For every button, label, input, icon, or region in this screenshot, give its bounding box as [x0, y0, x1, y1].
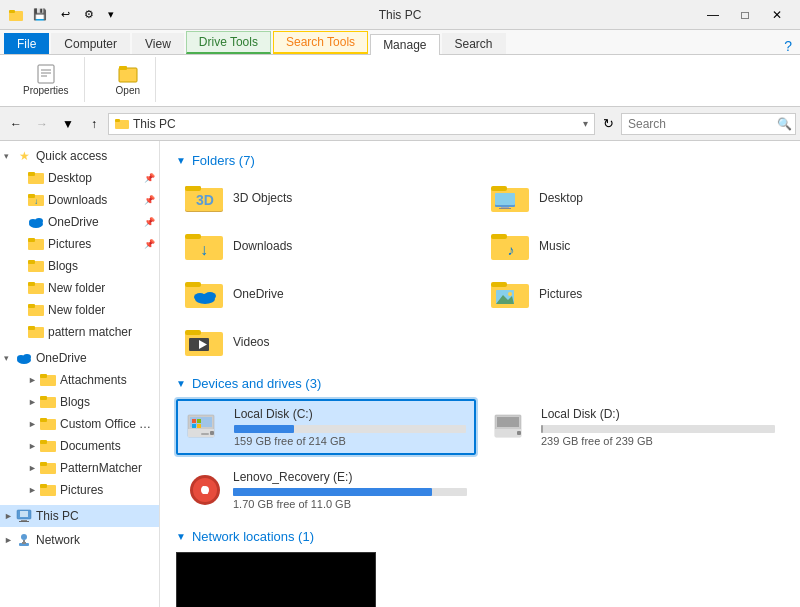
- sidebar-item-onedrive-qa[interactable]: OneDrive 📌: [0, 211, 159, 233]
- onedrive-label-main: OneDrive: [233, 287, 284, 301]
- ribbon-btn-open[interactable]: Open: [109, 59, 147, 100]
- title-bar: 💾 ↩ ⚙ ▾ This PC — □ ✕: [0, 0, 800, 30]
- pin-icon4: 📌: [144, 239, 155, 249]
- quick-access-label: Quick access: [36, 149, 107, 163]
- sidebar-item-pictures-od[interactable]: ► Pictures: [0, 479, 159, 501]
- drive-item-d[interactable]: Local Disk (D:) 239 GB free of 239 GB: [484, 399, 784, 455]
- tab-computer[interactable]: Computer: [51, 33, 130, 54]
- new-folder2-label: New folder: [48, 303, 105, 317]
- new-folder2-icon: [28, 302, 44, 318]
- ribbon-content: Properties Open: [0, 54, 800, 106]
- drive-e-bar-bg: [233, 488, 467, 496]
- tab-manage[interactable]: Manage: [370, 34, 439, 55]
- forward-button[interactable]: →: [30, 112, 54, 136]
- drive-item-e[interactable]: L Lenovo_Recovery (E:) 1.70 GB free of 1…: [176, 463, 476, 517]
- search-input[interactable]: [621, 113, 796, 135]
- sidebar-item-patternmatcher[interactable]: ► PatternMatcher: [0, 457, 159, 479]
- network-section-header[interactable]: ▼ Network locations (1): [176, 529, 784, 544]
- sidebar-item-blogs-od[interactable]: ► Blogs: [0, 391, 159, 413]
- svg-text:↓: ↓: [200, 241, 208, 258]
- tab-drive-tools[interactable]: Drive Tools: [186, 31, 271, 54]
- pictures-od-icon: [40, 482, 56, 498]
- folder-small-icon: [115, 117, 129, 131]
- sidebar-item-new-folder2[interactable]: New folder: [0, 299, 159, 321]
- minimize-button[interactable]: —: [698, 5, 728, 25]
- sidebar-network[interactable]: ► Network: [0, 529, 159, 551]
- recent-button[interactable]: ▼: [56, 112, 80, 136]
- tab-search[interactable]: Search: [442, 33, 506, 54]
- folder-item-downloads[interactable]: ↓ Downloads: [176, 224, 478, 268]
- videos-label: Videos: [233, 335, 269, 349]
- address-dropdown[interactable]: ▾: [583, 118, 588, 129]
- folder-icon: [8, 7, 24, 23]
- sidebar-item-custom-office[interactable]: ► Custom Office Tem: [0, 413, 159, 435]
- sidebar-item-pattern-matcher[interactable]: pattern matcher: [0, 321, 159, 343]
- ribbon-group-location: Properties: [8, 57, 85, 102]
- drive-e-name: Lenovo_Recovery (E:): [233, 470, 467, 484]
- tab-search-tools[interactable]: Search Tools: [273, 31, 368, 54]
- properties-btn[interactable]: ⚙: [79, 5, 99, 24]
- svg-point-72: [204, 292, 216, 300]
- downloads-folder-icon-main: ↓: [185, 229, 225, 263]
- sidebar-item-desktop[interactable]: Desktop 📌: [0, 167, 159, 189]
- up-button[interactable]: ↑: [82, 112, 106, 136]
- devices-section-header[interactable]: ▼ Devices and drives (3): [176, 376, 784, 391]
- folder-item-videos[interactable]: Videos: [176, 320, 478, 364]
- network-item[interactable]: [176, 552, 376, 607]
- undo-btn[interactable]: ↩: [56, 5, 75, 24]
- content-area: ▼ Folders (7) 3D 3D Objects: [160, 141, 800, 607]
- svg-rect-59: [495, 193, 515, 205]
- pin-icon: 📌: [144, 173, 155, 183]
- drive-d-icon: [493, 409, 533, 445]
- network-label: Network: [36, 533, 80, 547]
- drive-e-icon: L: [185, 472, 225, 508]
- ribbon-btn-properties[interactable]: Properties: [16, 59, 76, 100]
- folder-item-3d-objects[interactable]: 3D 3D Objects: [176, 176, 478, 220]
- svg-rect-54: [185, 186, 201, 191]
- attachments-label: Attachments: [60, 373, 127, 387]
- back-button[interactable]: ←: [4, 112, 28, 136]
- sidebar-quick-access[interactable]: ▾ ★ Quick access: [0, 145, 159, 167]
- new-folder-icon: [28, 280, 44, 296]
- quick-save-btn[interactable]: 💾: [28, 5, 52, 24]
- svg-text:L: L: [202, 485, 208, 496]
- sidebar-item-documents[interactable]: ► Documents: [0, 435, 159, 457]
- folders-section-header[interactable]: ▼ Folders (7): [176, 153, 784, 168]
- pin-icon2: 📌: [144, 195, 155, 205]
- address-field[interactable]: This PC ▾: [108, 113, 595, 135]
- ribbon: File Computer View Drive Tools Search To…: [0, 30, 800, 107]
- sidebar-item-downloads[interactable]: ↓ Downloads 📌: [0, 189, 159, 211]
- folder-item-music[interactable]: ♪ Music: [482, 224, 784, 268]
- svg-rect-89: [192, 424, 196, 428]
- folder-item-onedrive[interactable]: OneDrive: [176, 272, 478, 316]
- svg-rect-36: [40, 418, 47, 422]
- network-expand: ►: [4, 535, 16, 545]
- svg-rect-57: [491, 186, 507, 191]
- network-collapse-icon: ▼: [176, 531, 186, 542]
- maximize-button[interactable]: □: [730, 5, 760, 25]
- drive-d-info: Local Disk (D:) 239 GB free of 239 GB: [541, 407, 775, 447]
- dropdown-btn[interactable]: ▾: [103, 5, 119, 24]
- folder-item-pictures[interactable]: Pictures: [482, 272, 784, 316]
- sidebar-item-attachments[interactable]: ► Attachments: [0, 369, 159, 391]
- tab-view[interactable]: View: [132, 33, 184, 54]
- svg-point-17: [35, 218, 43, 224]
- tab-file[interactable]: File: [4, 33, 49, 54]
- close-button[interactable]: ✕: [762, 5, 792, 25]
- drive-d-space: 239 GB free of 239 GB: [541, 435, 775, 447]
- svg-rect-90: [197, 424, 201, 428]
- network-icon: [16, 532, 32, 548]
- folder-item-desktop[interactable]: Desktop: [482, 176, 784, 220]
- pictures-label-main: Pictures: [539, 287, 582, 301]
- sidebar-item-blogs[interactable]: Blogs: [0, 255, 159, 277]
- sidebar-this-pc[interactable]: ► This PC: [0, 505, 159, 527]
- svg-rect-63: [185, 234, 201, 239]
- sidebar-item-pictures-qa[interactable]: Pictures 📌: [0, 233, 159, 255]
- help-button[interactable]: ?: [784, 38, 792, 54]
- drive-d-bar-fill: [541, 425, 543, 433]
- onedrive-qa-label: OneDrive: [48, 215, 99, 229]
- refresh-button[interactable]: ↻: [597, 113, 619, 135]
- sidebar-onedrive[interactable]: ▾ OneDrive: [0, 347, 159, 369]
- drive-item-c[interactable]: Local Disk (C:) 159 GB free of 214 GB: [176, 399, 476, 455]
- sidebar-item-new-folder[interactable]: New folder: [0, 277, 159, 299]
